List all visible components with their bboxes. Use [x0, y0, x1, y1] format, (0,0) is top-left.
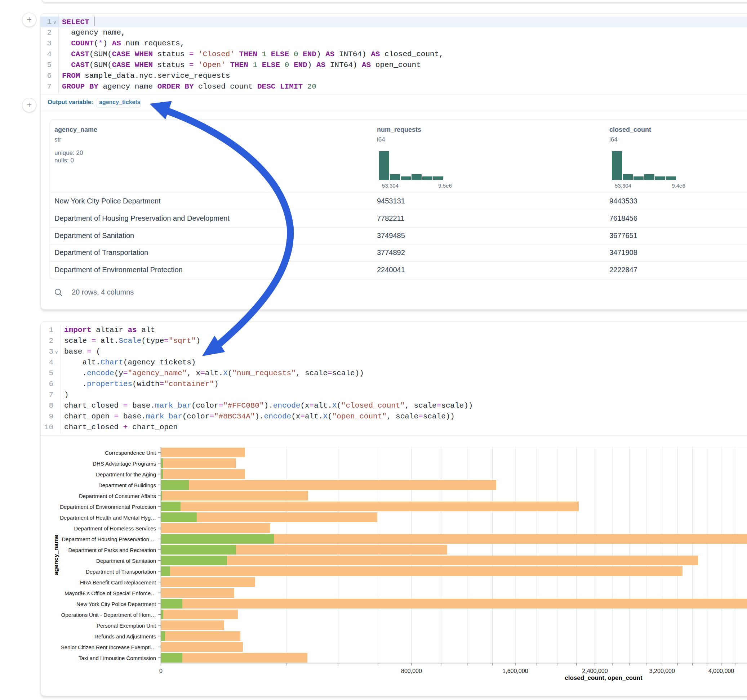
svg-text:Department of Health and Menta: Department of Health and Mental Hyg…: [60, 514, 156, 520]
svg-text:closed_count, open_count: closed_count, open_count: [565, 674, 643, 681]
svg-text:3,200,000: 3,200,000: [649, 668, 675, 674]
svg-text:Department of Parks and Recrea: Department of Parks and Recreation: [68, 547, 156, 553]
svg-text:DHS Advantage Programs: DHS Advantage Programs: [92, 460, 156, 467]
svg-text:1,600,000: 1,600,000: [502, 668, 528, 674]
svg-text:Department of Consumer Affairs: Department of Consumer Affairs: [79, 493, 156, 499]
svg-text:Operations Unit - Department o: Operations Unit - Department of Hom…: [61, 612, 156, 618]
svg-text:Department of Environmental Pr: Department of Environmental Protection: [60, 504, 156, 510]
svg-text:HRA Benefit Card Replacement: HRA Benefit Card Replacement: [80, 579, 156, 585]
svg-text:Personal Exemption Unit: Personal Exemption Unit: [97, 623, 156, 629]
svg-text:Mayorâ€ s Office of Special En: Mayorâ€ s Office of Special Enforce…: [65, 590, 156, 596]
svg-text:Department for the Aging: Department for the Aging: [96, 471, 156, 477]
svg-text:Taxi and Limousine Commission: Taxi and Limousine Commission: [79, 655, 156, 661]
svg-text:Department of Homeless Service: Department of Homeless Services: [74, 525, 156, 531]
svg-text:Refunds and Adjustments: Refunds and Adjustments: [94, 634, 156, 640]
svg-text:2,400,000: 2,400,000: [582, 668, 608, 674]
svg-text:Senior Citizen Rent Increase E: Senior Citizen Rent Increase Exempti…: [61, 644, 156, 650]
svg-text:Department of Buildings: Department of Buildings: [98, 482, 156, 488]
svg-text:4,000,000: 4,000,000: [708, 668, 734, 674]
svg-text:New York City Police Departmen: New York City Police Department: [76, 601, 156, 607]
svg-text:Department of Transportation: Department of Transportation: [86, 569, 156, 575]
svg-text:0: 0: [159, 668, 163, 674]
svg-text:Department of Housing Preserva: Department of Housing Preservation …: [62, 536, 156, 542]
svg-text:agency_name: agency_name: [53, 535, 59, 575]
svg-text:Department of Sanitation: Department of Sanitation: [96, 558, 156, 564]
svg-text:Correspondence Unit: Correspondence Unit: [105, 450, 156, 456]
svg-text:800,000: 800,000: [401, 668, 422, 674]
